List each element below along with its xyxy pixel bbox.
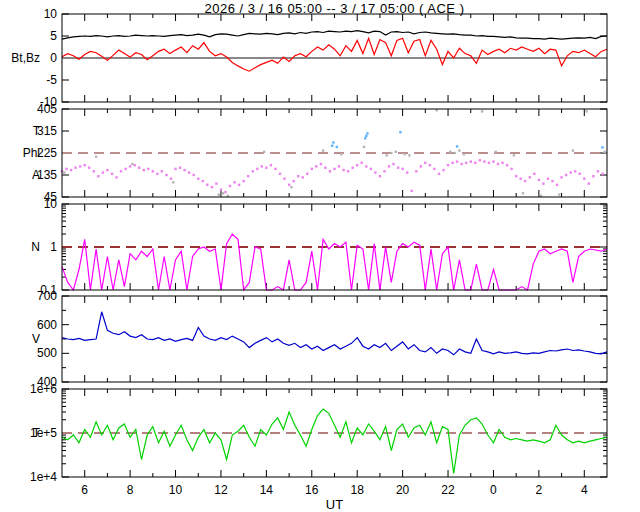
- scatter-point: [193, 174, 195, 176]
- scatter-point: [474, 162, 476, 164]
- scatter-point: [332, 141, 334, 143]
- series-n-line: [62, 234, 607, 290]
- scatter-point: [447, 164, 449, 166]
- scatter-point: [183, 169, 185, 171]
- scatter-point: [356, 164, 358, 166]
- panel-t: 1e+61e+51e+4T: [30, 382, 607, 484]
- scatter-point: [515, 175, 517, 177]
- scatter-point: [366, 132, 368, 134]
- x-axis-label: UT: [62, 497, 607, 512]
- scatter-point: [547, 178, 549, 180]
- scatter-point: [265, 167, 267, 169]
- x-tick-label: 16: [305, 483, 319, 497]
- panel-frame: [62, 296, 607, 382]
- scatter-point: [533, 173, 535, 175]
- panel-n: 1010.1N: [31, 197, 607, 297]
- scatter-point: [322, 149, 324, 151]
- scatter-point: [283, 178, 285, 180]
- scatter-point: [333, 168, 335, 170]
- x-tick-label: 0: [490, 483, 497, 497]
- scatter-point: [597, 170, 599, 172]
- scatter-point: [365, 135, 367, 137]
- y-tick-label: 405: [37, 102, 57, 116]
- solar-wind-plot: 2026 / 3 / 16 05:00 -- 3 / 17 05:00 ( AC…: [0, 0, 640, 512]
- scatter-point: [449, 151, 451, 153]
- scatter-point: [601, 146, 603, 148]
- scatter-point: [429, 164, 431, 166]
- scatter-phi-nominal: [61, 159, 604, 193]
- scatter-point: [495, 151, 497, 153]
- scatter-point: [560, 176, 562, 178]
- scatter-point: [306, 173, 308, 175]
- scatter-point: [143, 169, 145, 171]
- scatter-point: [288, 184, 290, 186]
- scatter-point: [497, 163, 499, 165]
- scatter-point: [465, 162, 467, 164]
- scatter-point: [565, 174, 567, 176]
- panel-ylabel-btbz: Bt,Bz: [11, 51, 40, 65]
- scatter-point: [211, 186, 213, 188]
- scatter-point: [411, 190, 413, 192]
- scatter-point: [320, 163, 322, 165]
- scatter-point: [70, 169, 72, 171]
- scatter-point: [279, 173, 281, 175]
- scatter-point: [399, 131, 401, 133]
- scatter-point: [129, 165, 131, 167]
- scatter-point: [347, 170, 349, 172]
- scatter-point: [386, 154, 388, 156]
- scatter-point: [470, 160, 472, 162]
- series-bz-line: [62, 38, 607, 71]
- scatter-point: [572, 149, 574, 151]
- scatter-point: [454, 152, 456, 154]
- scatter-point: [456, 145, 458, 147]
- y-tick-label: 225: [37, 146, 57, 160]
- scatter-point: [243, 180, 245, 182]
- y-tick-label: 1e+6: [30, 382, 57, 396]
- scatter-point: [401, 168, 403, 170]
- scatter-point: [131, 163, 133, 165]
- scatter-point: [529, 176, 531, 178]
- scatter-point: [292, 180, 294, 182]
- scatter-point: [88, 167, 90, 169]
- x-tick-label: 18: [351, 483, 365, 497]
- y-tick-label: 1: [50, 240, 57, 254]
- scatter-point: [102, 171, 104, 173]
- scatter-point: [574, 170, 576, 172]
- panel-ylabel-phi: Phi: [23, 146, 40, 160]
- scatter-point: [458, 149, 460, 151]
- scatter-point: [238, 184, 240, 186]
- y-tick-label: 600: [37, 318, 57, 332]
- scatter-point: [570, 171, 572, 173]
- scatter-point: [170, 178, 172, 180]
- scatter-point: [538, 179, 540, 181]
- scatter-point: [510, 168, 512, 170]
- scatter-point: [220, 189, 222, 191]
- y-tick-label: 5: [50, 29, 57, 43]
- scatter-point: [215, 182, 217, 184]
- series-bt-line: [62, 31, 607, 39]
- panel-phi: 40531522513545TPhiA: [23, 102, 607, 204]
- scatter-point: [263, 151, 265, 153]
- scatter-point: [252, 170, 254, 172]
- y-tick-label: 700: [37, 289, 57, 303]
- scatter-point: [479, 159, 481, 161]
- scatter-point: [218, 193, 220, 195]
- scatter-point: [604, 151, 606, 153]
- scatter-point: [352, 167, 354, 169]
- panel-ylabel-t: T: [33, 426, 41, 440]
- scatter-point: [222, 192, 224, 194]
- scatter-point: [152, 170, 154, 172]
- scatter-point: [302, 176, 304, 178]
- scatter-point: [124, 168, 126, 170]
- scatter-point: [311, 168, 313, 170]
- scatter-point: [583, 178, 585, 180]
- scatter-point: [374, 171, 376, 173]
- x-tick-label: 6: [81, 483, 88, 497]
- scatter-point: [188, 171, 190, 173]
- scatter-point: [172, 181, 174, 183]
- scatter-point: [501, 162, 503, 164]
- x-tick-label: 14: [260, 483, 274, 497]
- solar-wind-chart-svg: 1050-5-10Bt,Bz40531522513545TPhiA1010.1N…: [0, 0, 640, 512]
- scatter-point: [601, 173, 603, 175]
- scatter-point: [233, 181, 235, 183]
